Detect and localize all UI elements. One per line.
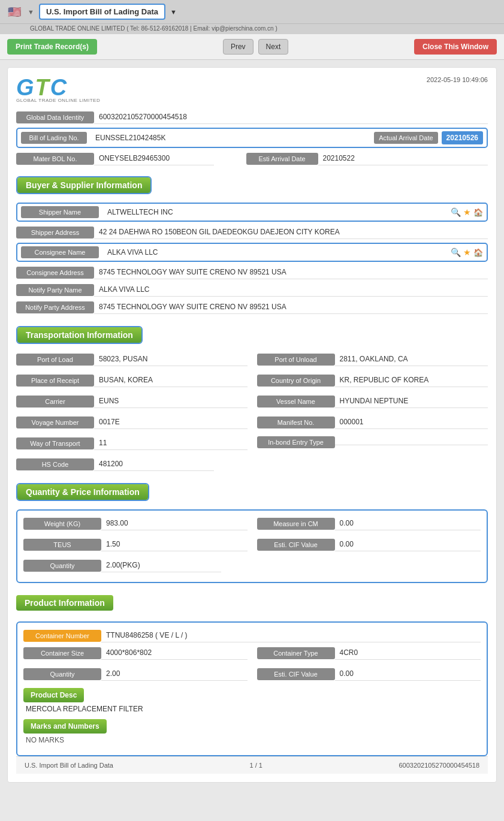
product-desc-section: Product Desc MERCOLA REPLACEMENT FILTER [23,688,481,716]
container-number-label: Container Number [23,630,101,642]
consignee-name-value: ALKA VIVA LLC [102,246,442,259]
vessel-value: HYUNDAI NEPTUNE [335,394,488,408]
carrier-row: Carrier EUNS [16,394,248,408]
qty-label: Quantity [23,560,101,572]
vessel-col: Vessel Name HYUNDAI NEPTUNE [257,394,488,412]
notify-party-name-label: Notify Party Name [16,284,94,296]
consignee-search-icon[interactable]: 🔍 [451,247,461,257]
footer-right-id: 6003202105270000454518 [399,762,479,769]
place-receipt-value: BUSAN, KOREA [94,373,248,387]
way-transport-row: Way of Transport 11 [16,436,248,450]
prod-esti-cif-value: 0.00 [335,667,481,681]
company-tel: Tel: 86-512-69162018 [130,25,188,32]
port-unload-label: Port of Unload [257,354,335,366]
way-transport-value: 11 [94,436,248,450]
qty-title: Quantity & Price Information [17,484,148,500]
carrier-col: Carrier EUNS [16,394,248,412]
shipper-address-row: Shipper Address 42 24 DAEHWA RO 150BEON … [16,225,488,239]
teus-label: TEUS [23,539,101,551]
weight-row: Weight (KG) 983.00 [23,517,248,530]
shipper-address-value: 42 24 DAEHWA RO 150BEON GIL DAEDEOKGU DA… [94,225,488,239]
mater-bol-row: Mater BOL No. ONEYSELB29465300 Esti Arri… [16,152,488,165]
page-footer: U.S. Import Bill of Lading Data 1 / 1 60… [16,756,488,774]
mater-bol-label: Mater BOL No. [16,153,94,165]
shipper-action-icons: 🔍 ★ 🏠 [451,207,483,217]
bol-label: Bill of Lading No. [21,132,87,144]
consignee-star-icon[interactable]: ★ [463,247,471,257]
weight-col: Weight (KG) 983.00 [23,517,248,534]
product-title: Product Information [16,595,113,611]
consignee-address-row: Consignee Address 8745 TECHNOLOGY WAY SU… [16,265,488,279]
place-receipt-label: Place of Receipt [16,375,94,387]
qty-section-bordered: Weight (KG) 983.00 Measure in CM 0.00 TE… [16,509,488,583]
prod-cif-col: Esti. CIF Value 0.00 [257,667,481,684]
prod-esti-cif-label: Esti. CIF Value [257,668,335,680]
marks-value: NO MARKS [23,734,481,747]
port-unload-value: 2811, OAKLAND, CA [335,352,488,366]
container-type-value: 4CR0 [335,646,481,660]
teus-cif-row: TEUS 1.50 Esti. CIF Value 0.00 [23,538,481,555]
actual-arrival-value: 20210526 [442,131,483,144]
container-size-label: Container Size [23,647,101,659]
consignee-house-icon[interactable]: 🏠 [473,248,483,257]
voyage-manifest-row: Voyage Number 0017E Manifest No. 000001 [16,415,488,433]
dropdown-arrow-icon: ▼ [170,8,177,16]
container-size-row: Container Size 4000*806*802 [23,646,248,660]
container-number-value: TTNU8486258 ( VE / L / ) [101,629,481,642]
marks-section: Marks and Numbers NO MARKS [23,719,481,747]
product-desc-button[interactable]: Product Desc [23,688,84,702]
port-unload-row: Port of Unload 2811, OAKLAND, CA [257,352,488,366]
receipt-origin-row: Place of Receipt BUSAN, KOREA Country of… [16,373,488,391]
vessel-row: Vessel Name HYUNDAI NEPTUNE [257,394,488,408]
data-type-dropdown[interactable]: U.S. Import Bill of Lading Data [39,4,165,20]
footer-left-label: U.S. Import Bill of Lading Data [25,762,113,769]
notify-party-name-row: Notify Party Name ALKA VIVA LLC [16,283,488,297]
qty-value: 2.00(PKG) [101,559,221,572]
global-data-row: Global Data Identity 6003202105270000454… [16,110,488,124]
flag-dropdown-arrow: ▼ [28,8,34,16]
hs-code-value: 481200 [94,457,214,471]
record-datetime: 2022-05-19 10:49:06 [427,76,488,83]
company-name: GLOBAL TRADE ONLINE LIMITED [30,25,125,32]
shipper-search-icon[interactable]: 🔍 [451,207,461,217]
main-content: G T C GLOBAL TRADE ONLINE LIMITED 2022-0… [0,60,504,790]
notify-party-name-value: ALKA VIVA LLC [94,283,488,297]
manifest-label: Manifest No. [257,416,335,428]
prod-qty-cif-row: Quantity 2.00 Esti. CIF Value 0.00 [23,667,481,684]
buyer-supplier-title: Buyer & Supplier Information [17,177,150,193]
bol-value: EUNSSEL21042485K [90,132,370,143]
port-unload-col: Port of Unload 2811, OAKLAND, CA [257,352,488,370]
voyage-label: Voyage Number [16,416,94,428]
record-card: G T C GLOBAL TRADE ONLINE LIMITED 2022-0… [7,67,497,783]
weight-value: 983.00 [101,517,248,530]
prod-cif-row: Esti. CIF Value 0.00 [257,667,481,681]
qty-header-box: Quantity & Price Information [16,481,488,507]
country-origin-label: Country of Origin [257,375,335,387]
global-data-label: Global Data Identity [16,111,94,123]
voyage-row: Voyage Number 0017E [16,415,248,429]
mater-bol-value: ONEYSELB29465300 [94,152,214,165]
port-load-value: 58023, PUSAN [94,352,248,366]
inbond-label: In-bond Entry Type [257,436,335,448]
qty-row: Quantity 2.00(PKG) [23,559,481,572]
print-button[interactable]: Print Trade Record(s) [7,39,97,55]
cif-row: Esti. CIF Value 0.00 [257,538,481,551]
close-button[interactable]: Close This Window [414,39,497,55]
carrier-label: Carrier [16,396,94,408]
way-transport-label: Way of Transport [16,437,94,449]
next-button[interactable]: Next [258,39,289,55]
container-size-value: 4000*806*802 [101,646,248,660]
marks-button[interactable]: Marks and Numbers [23,719,107,734]
company-info-bar: GLOBAL TRADE ONLINE LIMITED ( Tel: 86-51… [0,24,504,34]
hs-code-label: HS Code [16,458,94,470]
shipper-star-icon[interactable]: ★ [463,207,471,217]
inbond-col: In-bond Entry Type [257,436,488,454]
consignee-address-value: 8745 TECHNOLOGY WAY SUITE CRENO NV 89521… [94,265,488,279]
manifest-row: Manifest No. 000001 [257,415,488,429]
prev-button[interactable]: Prev [223,39,253,55]
voyage-value: 0017E [94,415,248,429]
shipper-house-icon[interactable]: 🏠 [473,208,483,217]
container-size-col: Container Size 4000*806*802 [23,646,248,663]
consignee-address-label: Consignee Address [16,267,94,279]
measure-row: Measure in CM 0.00 [257,517,481,530]
